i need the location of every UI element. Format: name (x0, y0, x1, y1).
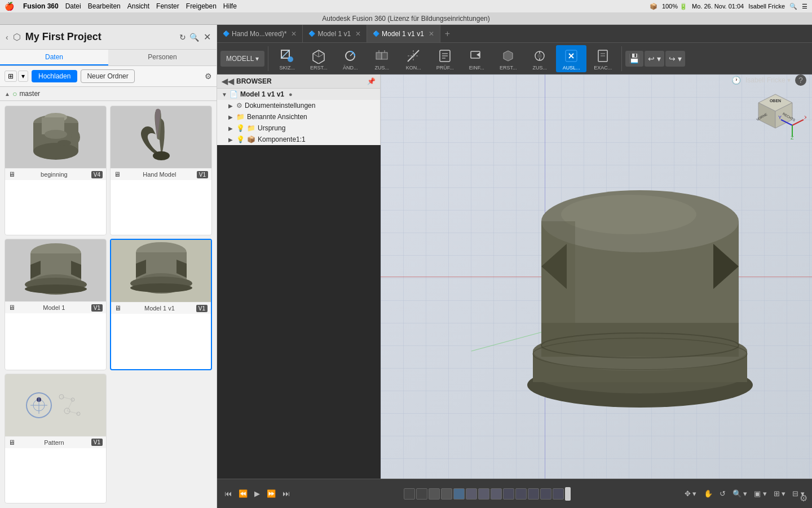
viewcube-container[interactable]: OBEN VORNE RECHTS X Y Z (750, 83, 801, 134)
file-name-pattern: Pattern (44, 439, 64, 446)
zusammen-icon (373, 47, 391, 65)
tab-daten[interactable]: Daten (0, 50, 108, 65)
file-card-model1[interactable]: 🖥 Model 1 V1 (5, 239, 107, 370)
view-toggle: ⊞ ▾ (5, 71, 28, 82)
search-icon[interactable]: 🔍 (789, 3, 797, 10)
timeline-seg-7[interactable] (478, 488, 489, 500)
controls-icon[interactable]: ☰ (802, 3, 807, 10)
dropbox-icon: 📦 (650, 3, 657, 10)
browser-root-label: Model 1 v1 v1 (240, 90, 284, 98)
tab-model1-v1[interactable]: 🔷 Model 1 v1 ✕ (303, 25, 367, 42)
apple-menu[interactable]: 🍎 (5, 2, 14, 11)
tool-pruefen[interactable]: PRÜF... (430, 45, 460, 72)
timeline-seg-6[interactable] (466, 488, 477, 500)
browser-pin-button[interactable]: 📌 (367, 77, 376, 85)
grid-button[interactable]: ⊞ ▾ (771, 488, 789, 500)
erstellen-label: ERST... (310, 65, 328, 71)
timeline-seg-12[interactable] (540, 488, 551, 500)
new-folder-button[interactable]: Neuer Ordner (81, 69, 134, 83)
prev-button[interactable]: ⏪ (236, 488, 250, 500)
browser-item-ansichten[interactable]: ▶ 📁 Benannte Ansichten (217, 111, 380, 122)
tab-close-m1v1v1[interactable]: ✕ (429, 30, 434, 38)
file-card-model1-v1[interactable]: 🖥 Model 1 v1 V1 (110, 239, 212, 370)
file-card-beginning[interactable]: 🖥 beginning V4 (5, 106, 107, 235)
tab-close-hand[interactable]: ✕ (291, 30, 297, 38)
file-thumb-hand-model (111, 106, 211, 168)
skip-end-button[interactable]: ⏭ (280, 488, 293, 500)
play-button[interactable]: ▶ (251, 488, 263, 500)
browser-item-ursprung[interactable]: ▶ 💡 📁 Ursprung (217, 122, 380, 134)
menu-datei[interactable]: Datei (65, 2, 81, 10)
browser-item-doku[interactable]: ▶ ⚙ Dokumenteinstellungen (217, 100, 380, 111)
timeline-seg-8[interactable] (491, 488, 502, 500)
tab-icon-hand: 🔷 (223, 30, 230, 37)
menu-freigeben[interactable]: Freigeben (186, 2, 217, 10)
tool-zusammen[interactable]: ZUS... (367, 45, 397, 72)
tool-sketch[interactable]: SKIZ... (272, 45, 302, 72)
undo-button[interactable]: ↩ ▾ (645, 51, 664, 67)
settings-button[interactable]: ⚙ (205, 72, 212, 81)
new-tab-button[interactable]: + (440, 29, 454, 39)
tab-label-m1v1: Model 1 v1 (317, 30, 351, 38)
upload-button[interactable]: Hochladen (32, 70, 77, 82)
light-icon-komponente: 💡 (236, 135, 245, 143)
tab-model1-v1-v1[interactable]: 🔷 Model 1 v1 v1 ✕ (367, 25, 440, 42)
pan-button[interactable]: ✋ (701, 488, 716, 500)
timeline-seg-13[interactable] (553, 488, 564, 500)
timeline-seg-1[interactable] (404, 488, 415, 500)
tab-close-m1v1[interactable]: ✕ (355, 30, 361, 38)
save-button[interactable]: 💾 (625, 51, 643, 67)
menu-hilfe[interactable]: Hilfe (223, 2, 237, 10)
zoom-button[interactable]: 🔍 ▾ (730, 488, 751, 500)
branch-expand[interactable]: ▲ (5, 91, 10, 97)
menu-fenster[interactable]: Fenster (156, 2, 179, 10)
grid-view-button[interactable]: ⊞ (5, 71, 17, 82)
orbit-button[interactable]: ↺ (717, 488, 729, 500)
tool-zusammen2[interactable]: ZUS... (524, 45, 555, 72)
timeline-settings-button[interactable]: ⚙ (800, 493, 807, 503)
browser-collapse-button[interactable]: ◀◀ (222, 77, 234, 86)
pruefen-label: PRÜF... (436, 65, 454, 71)
timeline-seg-3[interactable] (429, 488, 440, 500)
file-card-pattern[interactable]: 🖥 Pattern V1 (5, 374, 107, 503)
browser-item-komponente[interactable]: ▶ 💡 📦 Komponente1:1 (217, 134, 380, 145)
viewport-3d[interactable]: OBEN VORNE RECHTS X Y Z (381, 75, 812, 479)
dropdown-button[interactable]: ▾ (18, 71, 28, 82)
tool-auslegen[interactable]: AUSL... (556, 45, 586, 72)
tool-erstellen[interactable]: ERST... (303, 45, 334, 72)
browser-root-eye: ● (289, 91, 293, 98)
tool-exact[interactable]: EXAC... (588, 45, 618, 72)
skip-start-button[interactable]: ⏮ (222, 488, 235, 500)
timeline-playhead[interactable] (565, 487, 571, 501)
timeline-seg-11[interactable] (528, 488, 539, 500)
timeline-seg-4[interactable] (441, 488, 452, 500)
model-dropdown-button[interactable]: MODELL ▾ (220, 51, 264, 67)
back-arrow[interactable]: ‹ (6, 33, 8, 42)
menu-bearbeiten[interactable]: Bearbeiten (88, 2, 121, 10)
file-card-hand-model[interactable]: 🖥 Hand Model V1 (110, 106, 212, 235)
timeline-seg-9[interactable] (503, 488, 514, 500)
tool-einfuegen[interactable]: EINF... (461, 45, 492, 72)
svg-point-54 (537, 54, 542, 58)
move-button[interactable]: ✥ ▾ (682, 488, 700, 500)
browser-root-item[interactable]: ▼ 📄 Model 1 v1 v1 ● (217, 89, 380, 100)
tab-personen[interactable]: Personen (108, 50, 217, 65)
panel-close-button[interactable]: ✕ (204, 32, 211, 42)
timeline-seg-2[interactable] (416, 488, 427, 500)
timeline-seg-5[interactable] (453, 488, 465, 500)
display-button[interactable]: ▣ ▾ (751, 488, 770, 500)
next-button[interactable]: ⏩ (264, 488, 279, 500)
search-button[interactable]: 🔍 (189, 33, 199, 42)
redo-button[interactable]: ↪ ▾ (665, 51, 685, 67)
refresh-button[interactable]: ↻ (179, 33, 186, 42)
version-badge-hand-model: V1 (197, 171, 208, 178)
menu-ansicht[interactable]: Ansicht (127, 2, 149, 10)
file-icon-model1-v1: 🖥 (114, 304, 121, 312)
tool-aendern[interactable]: ÄND... (335, 45, 365, 72)
gear-icon-doku: ⚙ (236, 102, 242, 110)
tool-erstellen2[interactable]: ERST... (493, 45, 523, 72)
file-card-footer-model1: 🖥 Model 1 V1 (5, 301, 106, 313)
timeline-seg-10[interactable] (515, 488, 527, 500)
tab-hand-model[interactable]: 🔷 Hand Mo...vered)* ✕ (217, 25, 303, 42)
tool-konstruktion[interactable]: KON... (398, 45, 429, 72)
